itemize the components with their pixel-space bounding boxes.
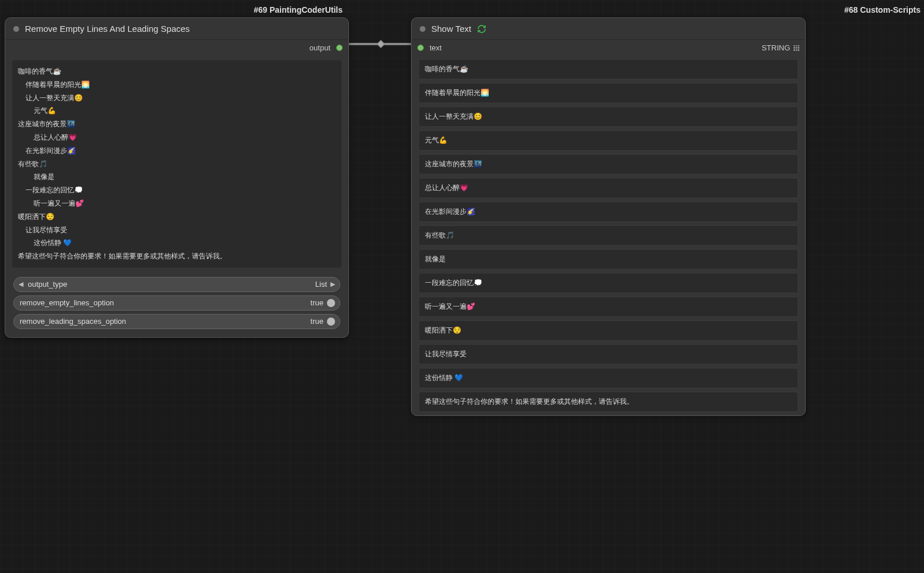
control-value: true	[311, 298, 323, 307]
toggle-knob[interactable]	[327, 317, 335, 326]
output-port-socket[interactable]	[336, 45, 343, 51]
node-collapse-dot[interactable]	[420, 26, 425, 32]
control-label: remove_leading_spaces_option	[20, 317, 126, 326]
refresh-icon[interactable]	[477, 24, 486, 34]
output-line[interactable]: 一段难忘的回忆💭	[419, 273, 798, 293]
node-header[interactable]: Show Text	[412, 18, 805, 40]
control-value: true	[311, 317, 323, 326]
output-line[interactable]: 就像是	[419, 249, 798, 269]
output-line[interactable]: 元气💪	[419, 130, 798, 151]
output-line[interactable]: 这份恬静 💙	[419, 368, 798, 388]
output-port-label: STRING	[762, 43, 790, 52]
input-port-label: text	[430, 43, 442, 52]
output-port-label: output	[310, 43, 330, 52]
node-remove-empty-lines[interactable]: Remove Empty Lines And Leading Spaces ou…	[5, 17, 349, 338]
chevron-right-icon[interactable]: ▶	[330, 280, 335, 288]
output-line[interactable]: 咖啡的香气☕	[419, 59, 798, 79]
output-line[interactable]: 让我尽情享受	[419, 344, 798, 364]
input-text-area[interactable]: 咖啡的香气☕ 伴随着早晨的阳光🌅 让人一整天充满😊 元气💪 这座城市的夜景🌃 总…	[12, 60, 341, 268]
control-output-type[interactable]: ◀ output_type List ▶	[13, 277, 340, 292]
output-line[interactable]: 有些歌🎵	[419, 225, 798, 246]
node-header[interactable]: Remove Empty Lines And Leading Spaces	[5, 18, 348, 40]
toggle-knob[interactable]	[327, 299, 335, 307]
control-remove-empty-lines[interactable]: remove_empty_lines_option true	[13, 295, 340, 311]
output-line[interactable]: 总让人心醉💗	[419, 178, 798, 198]
control-label: output_type	[28, 280, 67, 289]
node-connection-handle[interactable]	[377, 40, 385, 48]
node-controls: ◀ output_type List ▶ remove_empty_lines_…	[5, 272, 348, 337]
control-value: List	[315, 280, 327, 289]
output-line[interactable]: 暖阳洒下😌	[419, 320, 798, 341]
output-line[interactable]: 希望这些句子符合你的要求！如果需要更多或其他样式，请告诉我。	[419, 392, 798, 412]
output-lines-container: 咖啡的香气☕伴随着早晨的阳光🌅让人一整天充满😊元气💪这座城市的夜景🌃总让人心醉💗…	[412, 59, 805, 412]
node-tag-left: #69 PaintingCoderUtils	[254, 5, 343, 14]
node-collapse-dot[interactable]	[13, 26, 19, 32]
grid-output-icon[interactable]	[794, 45, 799, 51]
output-line[interactable]: 听一遍又一遍💕	[419, 297, 798, 317]
output-line[interactable]: 伴随着早晨的阳光🌅	[419, 83, 798, 103]
port-row: output	[5, 40, 348, 56]
port-row: text STRING	[412, 40, 805, 56]
control-remove-leading-spaces[interactable]: remove_leading_spaces_option true	[13, 314, 340, 329]
output-line[interactable]: 在光影间漫步🌠	[419, 202, 798, 222]
node-title: Remove Empty Lines And Leading Spaces	[25, 24, 190, 34]
node-title: Show Text	[431, 24, 471, 34]
control-label: remove_empty_lines_option	[20, 298, 114, 307]
output-line[interactable]: 这座城市的夜景🌃	[419, 154, 798, 174]
chevron-left-icon[interactable]: ◀	[19, 280, 23, 288]
node-show-text[interactable]: Show Text text STRING 咖啡的香气☕伴随着早晨的阳光🌅让人一…	[411, 17, 806, 416]
node-tag-right: #68 Custom-Scripts	[845, 5, 921, 14]
output-line[interactable]: 让人一整天充满😊	[419, 107, 798, 127]
input-port-socket[interactable]	[417, 45, 424, 51]
